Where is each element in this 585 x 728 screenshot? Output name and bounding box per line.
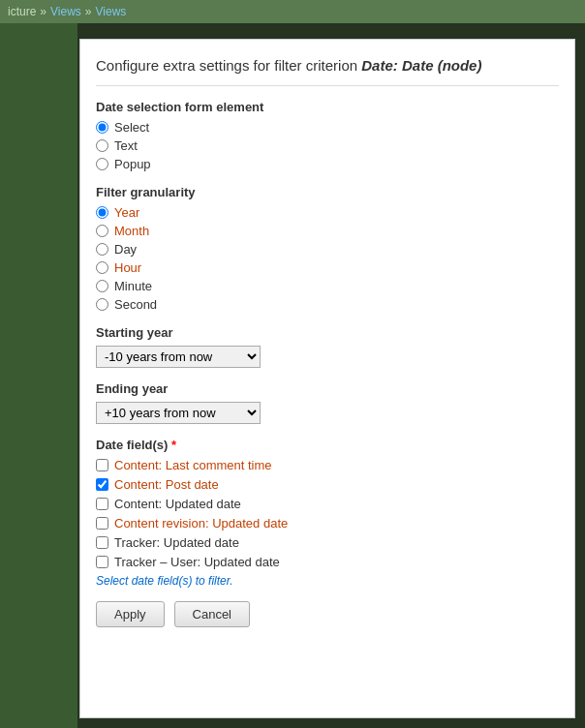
- gran-minute-option[interactable]: Minute: [96, 279, 559, 293]
- gran-minute-input[interactable]: [96, 280, 108, 292]
- gran-year-input[interactable]: [96, 206, 108, 219]
- cb-last-comment-option[interactable]: Content: Last comment time: [96, 458, 559, 472]
- cb-updated-date-option[interactable]: Content: Updated date: [96, 497, 559, 511]
- filter-granularity-label: Filter granularity: [96, 185, 559, 199]
- cb-last-comment-label[interactable]: Content: Last comment time: [114, 458, 272, 472]
- cb-tracker-updated-input[interactable]: [96, 536, 108, 549]
- cb-post-date-option[interactable]: Content: Post date: [96, 477, 559, 492]
- required-star: *: [171, 438, 176, 452]
- cb-last-comment-input[interactable]: [96, 459, 108, 471]
- breadcrumb-views-link1[interactable]: Views: [50, 5, 81, 18]
- gran-hour-label[interactable]: Hour: [114, 260, 141, 275]
- cancel-button[interactable]: Cancel: [174, 601, 250, 627]
- configure-dialog: Configure extra settings for filter crit…: [79, 39, 575, 718]
- date-fields-section: Date field(s) * Content: Last comment ti…: [96, 438, 559, 588]
- breadcrumb: icture » Views » Views: [0, 0, 585, 23]
- ending-year-section: Ending year -10 years from now -5 years …: [96, 381, 559, 424]
- radio-select-label[interactable]: Select: [114, 120, 149, 135]
- radio-text-option[interactable]: Text: [96, 138, 559, 153]
- date-fields-hint: Select date field(s) to filter.: [96, 574, 559, 588]
- cb-tracker-user-label[interactable]: Tracker – User: Updated date: [114, 555, 280, 569]
- radio-select-option[interactable]: Select: [96, 120, 559, 135]
- filter-granularity-section: Filter granularity Year Month Day Hour M…: [96, 185, 559, 312]
- starting-year-label: Starting year: [96, 325, 559, 340]
- radio-text-input[interactable]: [96, 139, 108, 152]
- ending-year-select[interactable]: -10 years from now -5 years from now -1 …: [96, 402, 261, 424]
- date-selection-section: Date selection form element Select Text …: [96, 100, 559, 171]
- gran-minute-label[interactable]: Minute: [114, 279, 152, 293]
- breadcrumb-sep1: »: [40, 5, 46, 18]
- gran-hour-option[interactable]: Hour: [96, 260, 559, 275]
- gran-month-input[interactable]: [96, 225, 108, 237]
- cb-tracker-user-input[interactable]: [96, 556, 108, 568]
- cb-updated-date-input[interactable]: [96, 498, 108, 510]
- starting-year-select[interactable]: -10 years from now -5 years from now -1 …: [96, 346, 261, 368]
- breadcrumb-sep2: »: [85, 5, 92, 18]
- starting-year-select-row: -10 years from now -5 years from now -1 …: [96, 346, 559, 368]
- ending-year-label: Ending year: [96, 381, 559, 396]
- cb-post-date-input[interactable]: [96, 478, 108, 491]
- gran-day-input[interactable]: [96, 243, 108, 256]
- dialog-title-prefix: Configure extra settings for filter crit…: [96, 57, 361, 74]
- starting-year-section: Starting year -10 years from now -5 year…: [96, 325, 559, 368]
- cb-revision-updated-input[interactable]: [96, 517, 108, 530]
- cb-revision-updated-option[interactable]: Content revision: Updated date: [96, 516, 559, 531]
- breadcrumb-part1: icture: [8, 5, 36, 18]
- gran-year-option[interactable]: Year: [96, 205, 559, 220]
- breadcrumb-views-link2[interactable]: Views: [96, 5, 127, 18]
- apply-button[interactable]: Apply: [96, 601, 165, 627]
- cb-tracker-updated-option[interactable]: Tracker: Updated date: [96, 535, 559, 550]
- cb-tracker-updated-label[interactable]: Tracker: Updated date: [114, 535, 239, 550]
- dialog-title-italic: Date: Date (node): [361, 57, 481, 74]
- gran-year-label[interactable]: Year: [114, 205, 139, 220]
- radio-select-input[interactable]: [96, 121, 108, 134]
- gran-day-option[interactable]: Day: [96, 242, 559, 257]
- date-fields-label: Date field(s) *: [96, 438, 559, 452]
- radio-text-label[interactable]: Text: [114, 138, 138, 153]
- gran-hour-input[interactable]: [96, 261, 108, 274]
- gran-month-option[interactable]: Month: [96, 224, 559, 238]
- date-selection-label: Date selection form element: [96, 100, 559, 114]
- ending-year-select-row: -10 years from now -5 years from now -1 …: [96, 402, 559, 424]
- radio-popup-input[interactable]: [96, 158, 108, 170]
- gran-second-option[interactable]: Second: [96, 297, 559, 312]
- dialog-buttons: Apply Cancel: [96, 601, 559, 627]
- dialog-title: Configure extra settings for filter crit…: [96, 55, 559, 86]
- cb-post-date-label[interactable]: Content: Post date: [114, 477, 219, 492]
- gran-second-label[interactable]: Second: [114, 297, 157, 312]
- cb-tracker-user-option[interactable]: Tracker – User: Updated date: [96, 555, 559, 569]
- cb-updated-date-label[interactable]: Content: Updated date: [114, 497, 241, 511]
- gran-day-label[interactable]: Day: [114, 242, 137, 257]
- radio-popup-label[interactable]: Popup: [114, 157, 151, 171]
- gran-month-label[interactable]: Month: [114, 224, 149, 238]
- gran-second-input[interactable]: [96, 298, 108, 311]
- date-fields-label-text: Date field(s): [96, 438, 168, 452]
- cb-revision-updated-label[interactable]: Content revision: Updated date: [114, 516, 288, 531]
- background-sidebar: [0, 23, 77, 728]
- radio-popup-option[interactable]: Popup: [96, 157, 559, 171]
